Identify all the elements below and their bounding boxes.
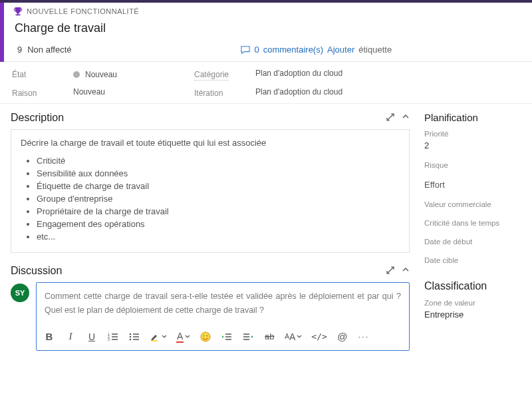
trophy-icon <box>13 7 23 16</box>
state-dot-icon <box>73 71 80 78</box>
bold-button[interactable]: B <box>43 330 55 343</box>
iteration-label: Itération <box>194 87 247 98</box>
list-item: Sensibilité aux données <box>37 167 400 180</box>
list-item: Groupe d'entreprise <box>37 192 400 205</box>
page-title[interactable]: Charge de travail <box>15 21 525 35</box>
start-date-field[interactable]: Date de début <box>424 238 523 246</box>
value-area-label: Zone de valeur <box>424 299 523 307</box>
svg-rect-6 <box>151 340 158 341</box>
avatar[interactable]: SY <box>11 284 29 302</box>
description-title: Description <box>11 112 386 124</box>
priority-value: 2 <box>424 140 523 150</box>
bullet-list-button[interactable] <box>128 330 140 343</box>
tag-label: étiquette <box>358 45 392 55</box>
priority-field[interactable]: Priorité 2 <box>424 130 523 150</box>
discussion-title: Discussion <box>11 265 386 277</box>
start-date-label: Date de début <box>424 238 523 246</box>
svg-point-7 <box>201 332 210 341</box>
chevron-up-icon[interactable] <box>402 112 410 124</box>
list-item: Étiquette de charge de travail <box>37 180 400 192</box>
target-date-field[interactable]: Date cible <box>424 256 523 264</box>
svg-point-5 <box>130 338 132 340</box>
business-value-label: Valeur commerciale <box>424 200 523 208</box>
emoji-button[interactable] <box>200 330 211 343</box>
description-list: Criticité Sensibilité aux données Étique… <box>37 154 400 243</box>
risk-label: Risque <box>424 161 523 169</box>
italic-button[interactable]: I <box>65 330 76 343</box>
discussion-editor[interactable]: Comment cette charge de travail sera-t-e… <box>36 282 410 351</box>
state-value: Nouveau <box>85 70 117 79</box>
comments-count: 0 <box>255 45 259 55</box>
header: NOUVELLE FONCTIONNALITÉ Charge de travai… <box>0 3 532 62</box>
font-size-button[interactable]: AA <box>285 330 302 343</box>
chevron-up-icon[interactable] <box>402 266 410 277</box>
category-label: Catégorie <box>194 69 229 81</box>
side-panel: Planification Priorité 2 Risque Effort V… <box>419 104 532 364</box>
svg-text:3: 3 <box>108 337 110 341</box>
reason-field[interactable]: Nouveau <box>73 87 186 98</box>
work-item-type-row: NOUVELLE FONCTIONNALITÉ <box>13 7 525 16</box>
strikethrough-button[interactable]: ab <box>263 330 275 343</box>
font-color-button[interactable]: A <box>176 330 190 343</box>
svg-point-4 <box>130 335 132 337</box>
reason-label: Raison <box>12 87 65 98</box>
fields-grid: État Nouveau Catégorie Plan d'adoption d… <box>0 62 532 104</box>
assignee-index: 9 <box>17 45 22 55</box>
value-area-field[interactable]: Zone de valeur Entreprise <box>424 299 523 319</box>
planning-title: Planification <box>424 112 523 123</box>
description-editor[interactable]: Décrire la charge de travail et toute ét… <box>11 129 410 253</box>
business-value-field[interactable]: Valeur commerciale <box>424 200 523 208</box>
comments-word: commentaire(s) <box>263 45 323 55</box>
svg-point-3 <box>130 333 132 335</box>
time-crit-label: Criticité dans le temps <box>424 219 523 227</box>
state-label: État <box>12 69 65 81</box>
time-crit-field[interactable]: Criticité dans le temps <box>424 219 523 227</box>
mention-button[interactable]: @ <box>336 330 348 343</box>
comments-link[interactable]: 0 commentaire(s) Ajouter étiquette <box>240 45 392 55</box>
list-item: etc... <box>37 230 400 243</box>
list-item: Criticité <box>37 154 400 167</box>
expand-icon[interactable] <box>386 266 395 277</box>
svg-point-8 <box>203 335 205 336</box>
discussion-text[interactable]: Comment cette charge de travail sera-t-e… <box>37 283 409 325</box>
assignee-field[interactable]: 9 Non affecté <box>17 45 72 55</box>
list-item: Engagement des opérations <box>37 218 400 230</box>
outdent-button[interactable] <box>221 330 233 343</box>
risk-field[interactable]: Risque <box>424 161 523 169</box>
effort-label: Effort <box>424 180 523 190</box>
work-item-type-label: NOUVELLE FONCTIONNALITÉ <box>27 7 139 15</box>
underline-button[interactable]: U <box>86 330 98 343</box>
target-date-label: Date cible <box>424 256 523 264</box>
numbered-list-button[interactable]: 123 <box>107 330 119 343</box>
list-item: Propriétaire de la charge de travail <box>37 205 400 218</box>
assignee-value: Non affecté <box>27 45 71 55</box>
svg-point-9 <box>207 335 208 336</box>
more-button[interactable]: ··· <box>358 330 370 343</box>
category-field[interactable]: Plan d'adoption du cloud <box>255 69 468 81</box>
indent-button[interactable] <box>242 330 254 343</box>
state-field[interactable]: Nouveau <box>73 69 186 81</box>
highlight-button[interactable] <box>150 330 167 343</box>
comment-icon <box>240 45 251 55</box>
effort-field[interactable]: Effort <box>424 180 523 190</box>
iteration-field[interactable]: Plan d'adoption du cloud <box>255 87 468 98</box>
add-tag-button[interactable]: Ajouter <box>327 45 354 55</box>
editor-toolbar: B I U 123 A <box>37 325 409 350</box>
value-area-value: Entreprise <box>424 310 523 319</box>
code-button[interactable]: </> <box>311 330 327 343</box>
classification-title: Classification <box>424 280 523 292</box>
description-intro: Décrire la charge de travail et toute ét… <box>21 138 400 148</box>
expand-icon[interactable] <box>386 112 395 124</box>
priority-label: Priorité <box>424 130 523 138</box>
